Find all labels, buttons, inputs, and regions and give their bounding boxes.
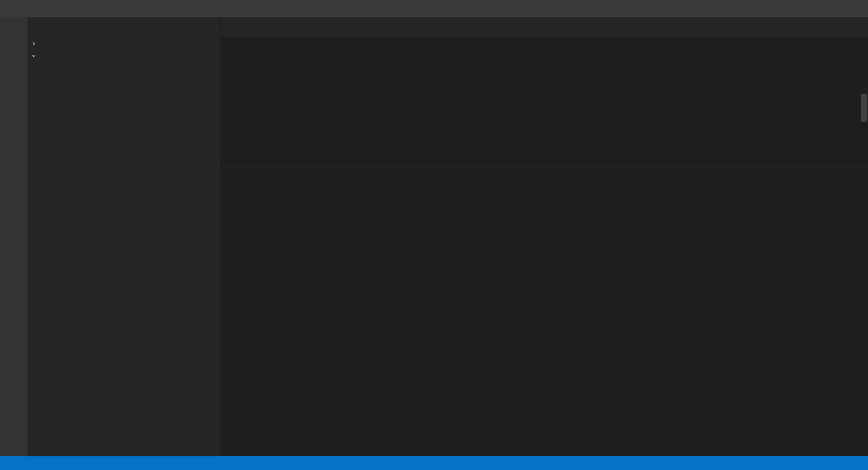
- panel: [221, 166, 868, 456]
- sidebar-explorer: › ›: [28, 17, 221, 456]
- title-bar: [0, 0, 868, 17]
- status-bar: [0, 456, 868, 470]
- panel-header: [221, 166, 868, 186]
- chevron-right-icon: ›: [29, 39, 38, 48]
- vscode-window: › ›: [0, 0, 868, 470]
- activity-bar: [0, 17, 28, 456]
- editor-actions: [859, 17, 868, 37]
- terminal-output[interactable]: [221, 186, 868, 456]
- breadcrumb[interactable]: [221, 37, 868, 51]
- editor-tabs: [221, 17, 859, 37]
- editor-group: [221, 17, 868, 456]
- editor-scrollbar[interactable]: [861, 94, 867, 122]
- project-root-section[interactable]: ›: [28, 49, 220, 62]
- file-tree: [28, 62, 220, 456]
- open-editors-section[interactable]: ›: [28, 37, 220, 49]
- chevron-down-icon: ›: [30, 51, 38, 60]
- editor[interactable]: [221, 51, 868, 166]
- sidebar-header: [28, 17, 220, 37]
- tab-bar: [221, 17, 868, 37]
